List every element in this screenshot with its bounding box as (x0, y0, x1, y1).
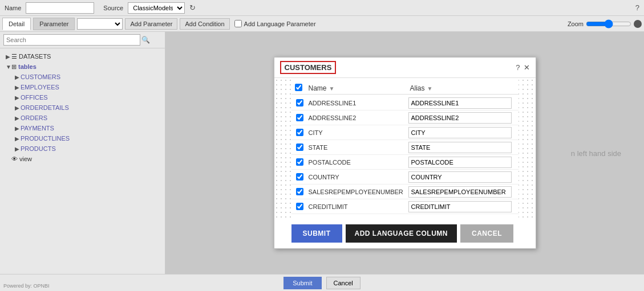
row-alias-input-5[interactable] (408, 171, 512, 183)
sidebar-item-productlines[interactable]: ▶ PRODUCTLINES (3, 133, 161, 144)
main-layout: 🔍 ▶ ☰ DATASETS ▼ ⊞ tables ▶ CUSTOMERS (0, 32, 644, 274)
help-button[interactable]: ? (635, 3, 639, 12)
select-all-checkbox[interactable] (295, 84, 302, 91)
add-language-parameter-label: Add Language Parameter (244, 21, 316, 27)
search-icon-button[interactable]: 🔍 (141, 36, 150, 44)
row-checkbox-7[interactable] (296, 203, 303, 210)
alias-filter-icon[interactable]: ▼ (427, 85, 433, 92)
hint-text: n left hand side (571, 149, 621, 157)
row-checkbox-cell-3 (291, 144, 309, 151)
table-row: ADDRESSLINE1 (291, 96, 519, 110)
row-alias-input-2[interactable] (408, 127, 512, 138)
bottom-cancel-button[interactable]: Cancel (326, 277, 361, 289)
row-checkbox-cell-2 (291, 129, 309, 136)
modal-add-language-column-button[interactable]: ADD LANGUAGE COLUMN (346, 224, 457, 243)
sidebar-item-employees[interactable]: ▶ EMPLOYEES (3, 82, 161, 92)
name-input[interactable] (26, 2, 94, 14)
top-bar: Name Source ClassicModels ↻ ? (0, 0, 644, 16)
row-checkbox-1[interactable] (296, 114, 303, 121)
zoom-slider[interactable] (586, 19, 631, 28)
sidebar-item-tables[interactable]: ▼ ⊞ tables (3, 62, 161, 72)
arrow-icon: ▶ (15, 74, 21, 80)
row-alias-input-3[interactable] (408, 142, 512, 153)
row-checkbox-cell-5 (291, 173, 309, 181)
modal-title-bar: CUSTOMERS ? ✕ (274, 58, 536, 78)
modal-body: Name ▼ Alias ▼ (274, 78, 536, 219)
arrow-icon: ▶ (15, 115, 21, 121)
table-row: POSTALCODE (291, 155, 519, 170)
row-checkbox-cell-1 (291, 114, 309, 121)
sidebar-item-offices[interactable]: ▶ OFFICES (3, 92, 161, 103)
parameter-tab[interactable]: Parameter (33, 18, 75, 30)
row-name-3: STATE (309, 144, 408, 151)
sidebar-item-products[interactable]: ▶ PRODUCTS (3, 144, 161, 154)
row-name-2: CITY (309, 129, 408, 136)
table-icon: ⊞ (11, 63, 17, 71)
sidebar-item-orders[interactable]: ▶ ORDERS (3, 113, 161, 123)
arrow-icon: ▶ (6, 54, 11, 60)
row-alias-input-7[interactable] (408, 201, 512, 212)
row-name-4: POSTALCODE (309, 159, 408, 166)
add-condition-button[interactable]: Add Condition (180, 18, 229, 30)
add-parameter-button[interactable]: Add Parameter (125, 18, 177, 30)
table-scroll-area[interactable]: ADDRESSLINE1 ADDRESSLINE2 CITY STATE (291, 96, 519, 214)
column-headers: Name ▼ Alias ▼ (291, 83, 519, 95)
row-alias-input-6[interactable] (408, 186, 512, 198)
modal-cancel-button[interactable]: CANCEL (460, 224, 513, 243)
name-filter-icon[interactable]: ▼ (329, 85, 335, 92)
row-checkbox-6[interactable] (296, 188, 303, 195)
parameter-select[interactable] (77, 18, 123, 30)
arrow-icon: ▶ (15, 125, 21, 132)
row-name-1: ADDRESSLINE2 (309, 114, 408, 121)
modal-help-button[interactable]: ? (516, 63, 520, 72)
sidebar-item-datasets[interactable]: ▶ ☰ DATASETS (3, 51, 161, 62)
modal-footer: SUBMIT ADD LANGUAGE COLUMN CANCEL (274, 219, 536, 248)
row-checkbox-4[interactable] (296, 158, 303, 166)
arrow-icon: ▶ (15, 105, 21, 111)
arrow-icon: ▶ (15, 146, 21, 152)
detail-tab[interactable]: Detail (2, 18, 31, 30)
row-checkbox-cell-0 (291, 99, 309, 106)
row-alias-input-1[interactable] (408, 112, 512, 124)
row-alias-input-4[interactable] (408, 157, 512, 168)
source-select[interactable]: ClassicModels (128, 2, 185, 14)
modal-title-actions: ? ✕ (516, 63, 529, 72)
sidebar-item-view[interactable]: 👁 view (3, 154, 161, 164)
tree-area: ▶ ☰ DATASETS ▼ ⊞ tables ▶ CUSTOMERS ▶ EM… (0, 48, 165, 274)
row-checkbox-2[interactable] (296, 129, 303, 136)
row-checkbox-5[interactable] (296, 173, 303, 181)
row-name-5: COUNTRY (309, 174, 408, 181)
search-bar: 🔍 (0, 32, 165, 48)
table-row: ADDRESSLINE2 (291, 110, 519, 125)
add-language-parameter-checkbox[interactable] (234, 20, 242, 27)
sidebar-item-orderdetails[interactable]: ▶ ORDERDETAILS (3, 103, 161, 113)
sidebar-item-customers[interactable]: ▶ CUSTOMERS (3, 72, 161, 82)
modal-submit-button[interactable]: SUBMIT (291, 224, 342, 243)
row-checkbox-cell-6 (291, 188, 309, 195)
source-label: Source (103, 5, 123, 11)
row-checkbox-3[interactable] (296, 144, 303, 151)
row-alias-input-0[interactable] (408, 97, 512, 109)
toolbar2: Detail Parameter Add Parameter Add Condi… (0, 16, 644, 32)
dataset-icon: ☰ (11, 53, 17, 60)
row-checkbox-0[interactable] (296, 99, 303, 106)
table-row: COUNTRY (291, 170, 519, 185)
refresh-button[interactable]: ↻ (189, 3, 196, 12)
modal-inner: Name ▼ Alias ▼ (291, 78, 519, 219)
search-input[interactable] (3, 34, 140, 46)
table-row: SALESREPEMPLOYEENUMBER (291, 185, 519, 199)
powered-by-label: Powered by: OPNBI (3, 283, 50, 289)
content-area: n left hand side CUSTOMERS ? ✕ (165, 32, 644, 274)
table-row: CITY (291, 125, 519, 140)
modal-title: CUSTOMERS (280, 61, 337, 74)
sidebar-item-payments[interactable]: ▶ PAYMENTS (3, 123, 161, 133)
arrow-icon: ▶ (15, 95, 21, 101)
modal-close-button[interactable]: ✕ (524, 63, 530, 72)
bottom-submit-button[interactable]: Submit (283, 277, 321, 289)
zoom-label: Zoom (568, 21, 584, 27)
row-name-7: CREDITLIMIT (309, 203, 408, 210)
row-checkbox-cell-4 (291, 158, 309, 166)
row-checkbox-cell-7 (291, 203, 309, 210)
row-name-0: ADDRESSLINE1 (309, 100, 408, 106)
check-column-spacer (291, 84, 309, 93)
